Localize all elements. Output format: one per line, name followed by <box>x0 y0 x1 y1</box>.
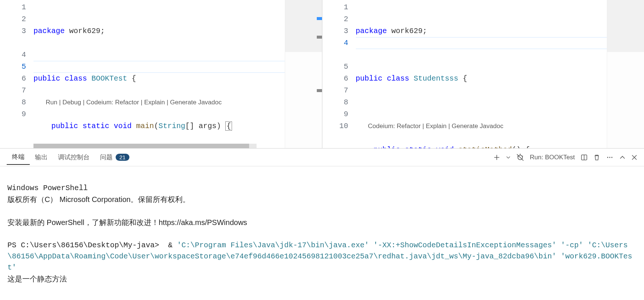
terminal-line: 安装最新的 PowerShell，了解新功能和改进！https://aka.ms… <box>7 218 247 226</box>
token-keyword: class <box>65 74 87 83</box>
tab-terminal[interactable]: 终端 <box>7 150 30 165</box>
token-value: work629 <box>392 27 423 35</box>
editor-left[interactable]: 1 2 3 4 5 6 7 8 9 package work629; publi… <box>0 0 322 148</box>
token-keyword: public <box>356 74 383 83</box>
svg-point-9 <box>611 157 612 158</box>
line-number: 9 <box>0 108 26 120</box>
token-keyword: package <box>356 27 387 35</box>
trash-icon[interactable] <box>593 154 600 161</box>
token-method: staticMethod <box>458 146 512 148</box>
token-param: args <box>199 122 216 130</box>
token-class: String <box>158 122 185 130</box>
code-content-right[interactable]: package work629; public class Studentsss… <box>356 0 644 148</box>
gutter-right: 1 2 3 4 5 6 7 8 9 10 <box>322 0 356 148</box>
token-keyword: public <box>374 146 400 148</box>
token-keyword: package <box>33 27 65 35</box>
new-terminal-icon[interactable] <box>493 154 500 161</box>
line-number: 5 <box>322 61 348 73</box>
problems-badge: 21 <box>116 154 129 161</box>
line-number: 2 <box>322 13 348 25</box>
terminal-line: Windows PowerShell <box>7 184 88 192</box>
line-number: 10 <box>322 120 348 132</box>
tab-label: 调试控制台 <box>58 153 90 162</box>
token-keyword: class <box>387 74 409 83</box>
tab-label: 输出 <box>35 153 48 162</box>
debug-icon[interactable] <box>516 154 524 161</box>
editor-right[interactable]: 1 2 3 4 5 6 7 8 9 10 package work629; pu… <box>322 0 644 148</box>
terminal-output: 这是一个静态方法 <box>7 275 67 283</box>
close-icon[interactable] <box>631 154 637 160</box>
line-number: 4 <box>0 49 26 61</box>
line-number: 1 <box>322 1 348 13</box>
token-keyword: public <box>51 122 78 130</box>
code-area-right[interactable]: 1 2 3 4 5 6 7 8 9 10 package work629; pu… <box>322 0 644 148</box>
codelens-right[interactable]: Codeium: Refactor | Explain | Generate J… <box>368 123 503 130</box>
token-method: main <box>136 122 154 130</box>
overview-mark <box>317 17 322 20</box>
token-keyword: void <box>436 146 454 148</box>
bracket-highlight: { <box>225 121 232 131</box>
svg-point-7 <box>607 157 608 158</box>
svg-line-4 <box>522 156 523 156</box>
gutter-left: 1 2 3 4 5 6 7 8 9 <box>0 0 33 148</box>
bottom-panel: 终端 输出 调试控制台 问题 21 Run: BOOKTest <box>0 149 644 300</box>
line-number: 5 <box>0 61 26 73</box>
active-line-highlight <box>33 61 322 73</box>
terminal-prompt: PS C:\Users\86156\Desktop\My-java> & <box>7 241 177 250</box>
line-number: 3 <box>0 25 26 37</box>
chevron-up-icon[interactable] <box>619 154 625 160</box>
split-terminal-icon[interactable] <box>581 154 587 161</box>
svg-point-8 <box>609 157 611 158</box>
terminal-content[interactable]: Windows PowerShell 版权所有（C） Microsoft Cor… <box>0 166 644 300</box>
line-number: 6 <box>322 73 348 85</box>
tab-label: 问题 <box>100 153 113 162</box>
token-class: BOOKTest <box>91 74 127 83</box>
run-configuration-label[interactable]: Run: BOOKTest <box>530 154 575 161</box>
minimap-left[interactable] <box>285 0 322 148</box>
code-content-left[interactable]: package work629; public class BOOKTest {… <box>33 0 322 148</box>
token-keyword: void <box>114 122 132 130</box>
panel-actions: Run: BOOKTest <box>493 154 637 161</box>
line-number: 1 <box>0 1 26 13</box>
more-icon[interactable] <box>606 154 614 161</box>
horizontal-scrollbar[interactable] <box>33 144 257 148</box>
editor-split: 1 2 3 4 5 6 7 8 9 package work629; publi… <box>0 0 644 149</box>
line-number: 6 <box>0 73 26 85</box>
tab-problems[interactable]: 问题 21 <box>95 150 135 164</box>
tab-debug-console[interactable]: 调试控制台 <box>53 150 95 164</box>
minimap-viewport[interactable] <box>607 0 644 52</box>
codelens-left[interactable]: Run | Debug | Codeium: Refactor | Explai… <box>46 99 222 106</box>
token-keyword: static <box>83 122 109 130</box>
codelens-spacer <box>322 49 348 61</box>
line-number: 7 <box>0 85 26 97</box>
overview-mark <box>317 89 322 92</box>
overview-ruler-left <box>317 0 322 148</box>
line-number: 2 <box>0 13 26 25</box>
overview-mark <box>317 36 322 39</box>
active-line-highlight <box>356 37 644 49</box>
token-keyword: public <box>33 74 60 83</box>
line-number: 9 <box>322 108 348 120</box>
token-value: work629 <box>69 27 100 35</box>
codelens-spacer <box>0 37 26 49</box>
line-number: 4 <box>322 37 348 49</box>
token-keyword: static <box>405 146 432 148</box>
line-number: 3 <box>322 25 348 37</box>
code-area-left[interactable]: 1 2 3 4 5 6 7 8 9 package work629; publi… <box>0 0 322 148</box>
terminal-line: 版权所有（C） Microsoft Corporation。保留所有权利。 <box>7 195 190 203</box>
line-number: 8 <box>322 97 348 108</box>
panel-tabs: 终端 输出 调试控制台 问题 21 Run: BOOKTest <box>0 149 644 166</box>
line-number: 8 <box>0 97 26 108</box>
token-class: Studentsss <box>414 74 458 83</box>
tab-label: 终端 <box>12 153 25 161</box>
chevron-down-icon[interactable] <box>506 155 511 160</box>
line-number: 7 <box>322 85 348 97</box>
minimap-right[interactable] <box>607 0 644 148</box>
tab-output[interactable]: 输出 <box>30 150 53 164</box>
svg-line-3 <box>518 156 519 156</box>
